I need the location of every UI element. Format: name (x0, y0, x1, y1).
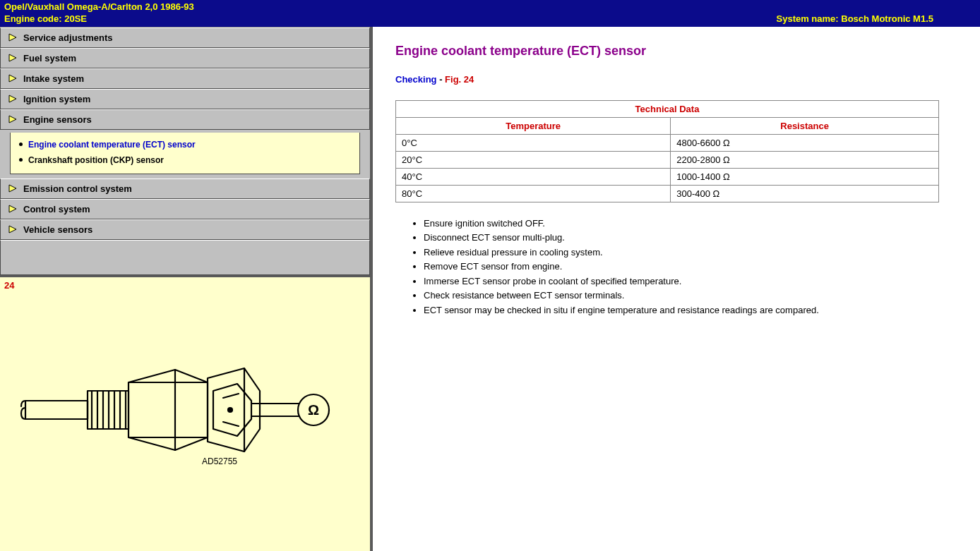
nav-item[interactable]: Ignition system (0, 89, 370, 109)
subnav-item[interactable]: Engine coolant temperature (ECT) sensor (18, 137, 352, 152)
nav-item[interactable]: Engine sensors (0, 109, 370, 130)
table-row: 80°C300-400 Ω (396, 185, 939, 202)
figure-pane: 24 (0, 275, 370, 551)
svg-line-24 (223, 394, 239, 398)
sensor-diagram: Ω AD52755 (11, 340, 366, 483)
table-caption: Technical Data (396, 100, 939, 117)
list-item: Immerse ECT sensor probe in coolant of s… (424, 274, 957, 289)
vehicle-title: Opel/Vauxhall Omega-A/Carlton 2,0 1986-9… (4, 1, 194, 13)
nav-item[interactable]: Control system (0, 199, 370, 219)
svg-point-26 (228, 408, 232, 412)
svg-marker-3 (9, 95, 16, 102)
figure-reference: Fig. 24 (445, 74, 474, 85)
nav-item-label: Intake system (23, 73, 84, 84)
svg-rect-8 (25, 401, 88, 419)
nav-item-label: Emission control system (23, 183, 132, 194)
checking-line: Checking - Fig. 24 (395, 74, 957, 85)
engine-code: Engine code: 20SE (4, 13, 194, 25)
table-cell: 4800-6600 Ω (671, 134, 939, 151)
list-item: Ensure ignition switched OFF. (424, 217, 957, 231)
svg-text:Ω: Ω (308, 402, 319, 418)
table-cell: 1000-1400 Ω (671, 168, 939, 185)
checking-label: Checking (395, 74, 437, 85)
svg-line-25 (223, 422, 239, 426)
svg-marker-2 (9, 75, 16, 82)
table-cell: 40°C (396, 168, 671, 185)
system-name: System name: Bosch Motronic M1.5 (777, 13, 934, 25)
arrow-right-icon (8, 95, 18, 103)
bullet-icon (19, 143, 23, 146)
nav-item-label: Control system (23, 204, 90, 214)
nav-item-label: Ignition system (23, 94, 90, 104)
nav-item[interactable]: Fuel system (0, 48, 370, 68)
arrow-right-icon (8, 74, 18, 83)
table-row: 0°C4800-6600 Ω (396, 134, 939, 151)
svg-marker-6 (9, 205, 16, 212)
nav-item-label: Vehicle sensors (23, 224, 92, 235)
table-cell: 20°C (396, 151, 671, 168)
arrow-right-icon (8, 115, 18, 123)
arrow-right-icon (8, 225, 18, 234)
part-code-label: AD52755 (202, 456, 237, 466)
svg-marker-5 (9, 185, 16, 192)
list-item: Disconnect ECT sensor multi-plug. (424, 231, 957, 245)
list-item: ECT sensor may be checked in situ if eng… (424, 303, 957, 317)
nav-item-label: Fuel system (23, 53, 76, 63)
nav-item[interactable]: Emission control system (0, 178, 370, 199)
content-title: Engine coolant temperature (ECT) sensor (395, 44, 957, 59)
list-item: Check resistance between ECT sensor term… (424, 289, 957, 303)
subnav: Engine coolant temperature (ECT) sensorC… (10, 133, 360, 174)
svg-marker-1 (9, 54, 16, 61)
list-item: Relieve residual pressure in cooling sys… (424, 246, 957, 260)
nav-item-label: Engine sensors (23, 114, 92, 125)
table-cell: 0°C (396, 134, 671, 151)
subnav-item-label: Crankshaft position (CKP) sensor (28, 155, 164, 165)
svg-marker-7 (9, 226, 16, 233)
table-column-header: Resistance (671, 117, 939, 134)
table-row: 20°C2200-2800 Ω (396, 151, 939, 168)
table-cell: 80°C (396, 185, 671, 202)
subnav-item[interactable]: Crankshaft position (CKP) sensor (18, 152, 352, 168)
bullet-icon (19, 158, 23, 162)
nav-spacer (0, 240, 370, 275)
nav-item[interactable]: Vehicle sensors (0, 219, 370, 240)
table-column-header: Temperature (396, 117, 671, 134)
nav-tree: Service adjustmentsFuel systemIntake sys… (0, 27, 370, 275)
table-row: 40°C1000-1400 Ω (396, 168, 939, 185)
arrow-right-icon (8, 54, 18, 62)
svg-marker-4 (9, 116, 16, 123)
arrow-right-icon (8, 205, 18, 213)
arrow-right-icon (8, 33, 18, 42)
page-header: Opel/Vauxhall Omega-A/Carlton 2,0 1986-9… (0, 0, 980, 27)
nav-item-label: Service adjustments (23, 32, 112, 43)
nav-item[interactable]: Service adjustments (0, 28, 370, 48)
procedure-steps: Ensure ignition switched OFF.Disconnect … (424, 217, 957, 317)
list-item: Remove ECT sensor from engine. (424, 260, 957, 274)
content-pane: Engine coolant temperature (ECT) sensor … (373, 27, 980, 551)
svg-marker-0 (9, 34, 16, 41)
subnav-item-label: Engine coolant temperature (ECT) sensor (28, 140, 196, 150)
arrow-right-icon (8, 184, 18, 193)
table-cell: 300-400 Ω (671, 185, 939, 202)
nav-item[interactable]: Intake system (0, 68, 370, 89)
technical-data-table: Technical Data TemperatureResistance 0°C… (395, 100, 939, 202)
figure-number: 24 (4, 280, 366, 291)
table-cell: 2200-2800 Ω (671, 151, 939, 168)
